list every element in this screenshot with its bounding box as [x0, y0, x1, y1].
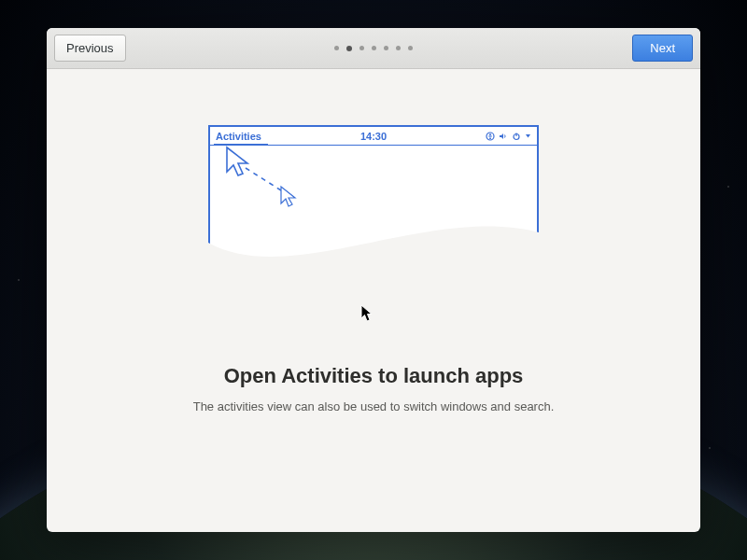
accessibility-icon — [486, 132, 495, 141]
headerbar: Previous Next — [47, 28, 700, 69]
page-dot — [334, 46, 339, 50]
svg-point-1 — [489, 133, 491, 135]
page-dot — [359, 46, 364, 50]
illustration-status-area — [486, 132, 531, 141]
dropdown-triangle-icon — [525, 133, 531, 139]
page-dot — [408, 46, 413, 50]
page-dot — [396, 46, 401, 50]
illustration-desktop: Activities 14:30 — [208, 125, 539, 308]
svg-line-4 — [246, 168, 281, 190]
illustration-clock: 14:30 — [360, 131, 387, 142]
page-dot — [372, 46, 376, 50]
page-indicator — [334, 46, 413, 51]
previous-button[interactable]: Previous — [54, 35, 126, 62]
mouse-cursor-icon — [360, 304, 374, 323]
illustration-activities-label: Activities — [216, 131, 261, 142]
next-button[interactable]: Next — [632, 35, 693, 62]
cursor-path-illustration — [221, 146, 324, 218]
welcome-tour-panel: Previous Next Activities 14:30 — [47, 28, 700, 532]
page-subtitle: The activities view can also be used to … — [193, 399, 555, 413]
volume-icon — [499, 132, 508, 141]
illustration-body — [210, 146, 537, 306]
tour-content: Activities 14:30 — [47, 69, 700, 532]
page-dot — [384, 46, 388, 50]
illustration-topbar: Activities 14:30 — [210, 127, 537, 146]
page-title: Open Activities to launch apps — [224, 364, 524, 388]
power-icon — [512, 132, 521, 141]
page-dot-current — [346, 46, 352, 51]
